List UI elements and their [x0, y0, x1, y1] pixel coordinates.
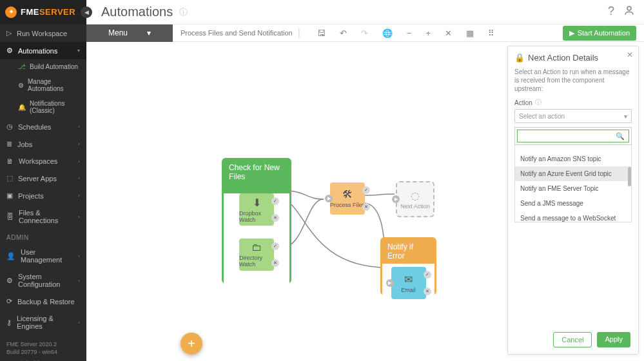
node-directory-watch[interactable]: 🗀 Directory Watch ✓ ✕: [239, 239, 274, 271]
grid-icon[interactable]: ▦: [466, 28, 474, 38]
node-dropbox-watch[interactable]: ⬇ Dropbox Watch ✓ ✕: [239, 193, 274, 226]
undo-icon[interactable]: ↶: [340, 28, 347, 38]
node-next-action[interactable]: ▶ ◌ Next Action: [396, 181, 434, 217]
chevron-right-icon: ›: [78, 320, 80, 326]
help-icon[interactable]: ?: [608, 5, 614, 19]
close-icon[interactable]: ✕: [627, 50, 633, 59]
sidebar-item-run-workspace[interactable]: ▷ Run Workspace: [0, 24, 86, 42]
port-fail[interactable]: ✕: [362, 203, 370, 211]
search-icon: 🔍: [616, 132, 625, 141]
cancel-button[interactable]: Cancel: [553, 332, 592, 347]
logo-fme: FME: [21, 7, 39, 17]
node-email[interactable]: ▶ ✉ Email ✓ ✕: [391, 267, 426, 299]
group-notify-error[interactable]: Notify if Error ▶ ✉ Email ✓ ✕: [380, 237, 436, 295]
panel-desc: Select an Action to run when a message i…: [514, 68, 632, 93]
chevron-right-icon: ›: [78, 159, 80, 164]
apply-button[interactable]: Apply: [597, 332, 630, 347]
port-in[interactable]: ▶: [392, 195, 400, 203]
sidebar-item-automations[interactable]: ⚙ Automations ▾: [0, 42, 86, 59]
toolbar: Menu ▾ Process Files and Send Notificati…: [86, 24, 644, 42]
start-automation-button[interactable]: ▶ Start Automation: [563, 26, 636, 41]
port-success[interactable]: ✓: [362, 186, 370, 194]
action-dropdown: Notify an Amazon SNS topic Notify an Azu…: [514, 145, 632, 222]
sidebar-item-schedules[interactable]: ◷Schedules›: [0, 118, 86, 135]
sidebar-item-workspaces[interactable]: 🗎Workspaces›: [0, 153, 86, 170]
port-success[interactable]: ✓: [424, 271, 431, 278]
option-websocket[interactable]: Send a message to a WebSocket channel: [515, 211, 631, 222]
port-in[interactable]: ▶: [325, 195, 333, 202]
sidebar-footer: FME Server 2020.2 Build 20779 - win64 Co…: [0, 335, 86, 361]
bell-icon: 🔔: [18, 104, 26, 111]
apps-icon: ⬚: [6, 174, 13, 182]
action-label: Action: [514, 99, 532, 106]
sidebar-sub-notifications[interactable]: 🔔 Notifications (Classic): [0, 96, 86, 118]
fit-icon[interactable]: ✕: [445, 28, 452, 38]
page-title: Automations: [101, 5, 173, 19]
sidebar: ▷ Run Workspace ⚙ Automations ▾ ⎇ Build …: [0, 24, 86, 361]
sidebar-sub-build-automation[interactable]: ⎇ Build Automation: [0, 59, 86, 74]
chevron-down-icon: ▾: [147, 28, 151, 37]
info-icon[interactable]: ⓘ: [179, 6, 188, 18]
footer-line: FME Server 2020.2: [6, 341, 80, 349]
group-check-new-files[interactable]: Check for New Files ⬇ Dropbox Watch ✓ ✕ …: [222, 158, 291, 284]
sidebar-section-admin: ADMIN: [0, 229, 86, 244]
folder-icon: 🗀: [251, 242, 262, 253]
action-search[interactable]: 🔍: [517, 130, 629, 142]
mail-icon: ✉: [404, 273, 413, 286]
user-icon[interactable]: [623, 5, 635, 19]
chevron-right-icon: ›: [78, 175, 80, 181]
footer-line: Build 20779 - win64: [6, 349, 80, 356]
sidebar-label: Server Apps: [18, 175, 57, 182]
gear-icon: ⚙: [6, 46, 13, 55]
option-jms[interactable]: Send a JMS message: [515, 196, 631, 211]
db-icon: 🗄: [6, 213, 14, 220]
svg-point-0: [627, 6, 631, 10]
zoom-out-icon[interactable]: −: [407, 28, 412, 38]
port-success[interactable]: ✓: [271, 197, 279, 205]
sidebar-item-sys-config[interactable]: ⚙System Configuration›: [0, 268, 86, 293]
option-fme-topic[interactable]: Notify an FME Server Topic: [515, 181, 631, 196]
option-sns[interactable]: Notify an Amazon SNS topic: [515, 151, 631, 166]
sidebar-item-user-mgmt[interactable]: 👤User Management›: [0, 244, 86, 268]
menu-dropdown[interactable]: Menu ▾: [86, 24, 173, 42]
sidebar-label: Files & Connections: [19, 209, 73, 224]
globe-icon[interactable]: 🌐: [382, 28, 393, 38]
add-node-button[interactable]: +: [181, 333, 202, 355]
sidebar-item-projects[interactable]: ▣Projects›: [0, 187, 86, 204]
sidebar-sub-manage-automations[interactable]: ⚙ Manage Automations: [0, 74, 86, 96]
port-fail[interactable]: ✕: [271, 259, 279, 267]
details-panel: ✕ 🔒 Next Action Details Select an Action…: [507, 46, 639, 355]
chevron-down-icon: ▾: [77, 48, 80, 54]
info-icon[interactable]: ⓘ: [535, 98, 542, 107]
dots-icon[interactable]: ⠿: [488, 28, 494, 38]
action-select[interactable]: Select an action ▾: [514, 109, 632, 123]
option-azure[interactable]: Notify an Azure Event Grid topic: [515, 166, 631, 181]
clock-icon: ◷: [6, 122, 13, 131]
sidebar-item-server-apps[interactable]: ⬚Server Apps›: [0, 170, 86, 187]
collapse-sidebar-button[interactable]: ◀: [81, 6, 92, 18]
chevron-right-icon: ›: [78, 214, 80, 220]
save-icon[interactable]: 🖫: [317, 28, 326, 38]
sidebar-item-backup[interactable]: ⟳Backup & Restore: [0, 293, 86, 310]
dropbox-icon: ⬇: [253, 197, 261, 209]
logo: ✦ FMESERVER: [0, 0, 86, 24]
search-input[interactable]: [522, 133, 616, 140]
port-success[interactable]: ✓: [271, 242, 279, 250]
chevron-right-icon: ›: [78, 193, 80, 199]
port-fail[interactable]: ✕: [424, 288, 431, 295]
option-truncated[interactable]: [515, 145, 631, 151]
sidebar-item-files[interactable]: 🗄Files & Connections›: [0, 204, 86, 229]
zoom-in-icon[interactable]: +: [425, 28, 431, 38]
topbar: ✦ FMESERVER ◀ Automations ⓘ ?: [0, 0, 644, 24]
sidebar-label: Projects: [18, 192, 44, 200]
sidebar-item-jobs[interactable]: ≣Jobs›: [0, 135, 86, 153]
sidebar-label: Automations: [18, 47, 57, 55]
port-fail[interactable]: ✕: [271, 214, 279, 222]
sidebar-item-licensing[interactable]: ⚷Licensing & Engines›: [0, 310, 86, 335]
port-in[interactable]: ▶: [386, 279, 394, 287]
logo-text: FMESERVER: [21, 7, 75, 17]
redo-icon[interactable]: ↷: [361, 28, 368, 38]
scrollbar[interactable]: [628, 167, 631, 186]
node-process-files[interactable]: ▶ 🛠 Process Files ✓ ✕: [330, 182, 365, 215]
menu-label: Menu: [108, 28, 128, 37]
